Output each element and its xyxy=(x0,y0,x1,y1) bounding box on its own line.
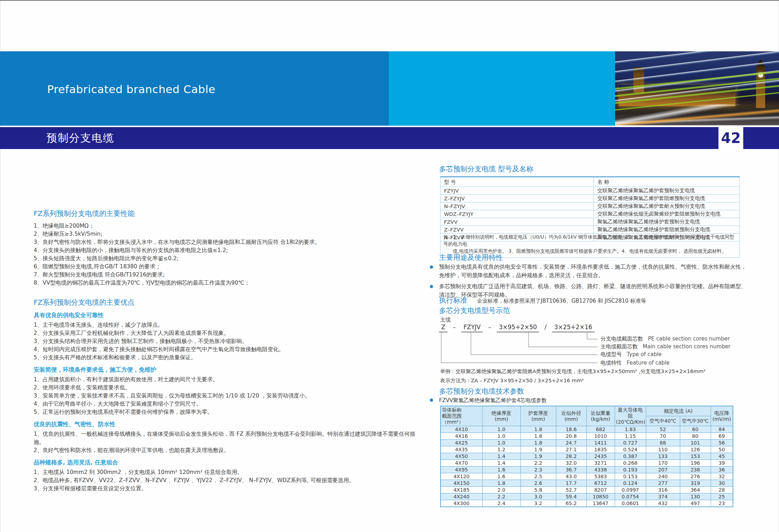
table-cell: 170 xyxy=(646,460,680,467)
table-cell: 8207 xyxy=(586,487,615,493)
table-cell: 5383 xyxy=(586,473,615,480)
table-cell: 682 xyxy=(586,426,615,433)
table-cell: 1.0 xyxy=(482,440,521,446)
table-cell: 316 xyxy=(646,487,680,493)
list-item: 1、主电缆从 10mm2 到 300mm2 ，分支电缆从 10mm² 120mm… xyxy=(34,468,420,476)
tech-parameters-table: 导体标称截面范围（mm²）绝缘厚度(mm)护套厚度(mm)近似外径(mm)近似重… xyxy=(440,406,733,507)
header-band-light xyxy=(389,51,615,126)
table-cell: 28 xyxy=(711,487,733,493)
header-line1: 导体标称 xyxy=(442,407,481,413)
table-cell: 110 xyxy=(646,446,680,453)
page-title-english: Prefabricated branched Cable xyxy=(47,83,215,96)
table-cell: 0.268 xyxy=(615,460,646,467)
list-item: 1、主干电缆导体无接头、连续性好，减少了故障点。 xyxy=(34,321,420,329)
table-cell: 3.2 xyxy=(521,500,556,507)
table-cell: 207 xyxy=(646,467,680,473)
designation-label: 电缆型号Type of cable xyxy=(601,351,662,358)
table-cell: 43.0 xyxy=(556,473,586,480)
table-cell: 2.6 xyxy=(521,480,556,487)
table-cell: 52.7 xyxy=(556,487,586,493)
column-subheader: 空气中30℃ xyxy=(680,416,711,426)
table-cell: 4X300 xyxy=(440,500,482,507)
label-zh: 分支电缆截面芯数 xyxy=(601,336,643,342)
table-cell: 1.9 xyxy=(521,453,556,460)
table-cell: 32.0 xyxy=(556,460,586,467)
column-subheader: 空气中40℃ xyxy=(646,416,680,426)
table-cell: 2.2 xyxy=(482,493,521,500)
table-cell: 70 xyxy=(646,433,680,440)
bullet-dot-icon xyxy=(430,399,433,402)
designation-example: 举例：交联聚乙烯绝缘聚氯乙烯护套阻燃A类预制分支电缆，主电缆3×95+2×50m… xyxy=(440,368,705,375)
header-line2: (kg/km) xyxy=(588,416,614,422)
section-heading: FZ系列预制分支电缆的主要优点 xyxy=(34,298,420,307)
table-cell: 374 xyxy=(646,493,680,500)
list-item: 2、分支接头采用工厂全程机械化制作，大大降低了人为因素造成质量不良现象。 xyxy=(34,329,420,337)
table-cell: 277 xyxy=(646,480,680,487)
column-header-voltage-drop: 电压降(mV/m) xyxy=(711,406,733,426)
table-cell: 4X70 xyxy=(440,460,482,467)
header-line1: 绝缘厚度 xyxy=(484,410,519,416)
table-cell: 2.2 xyxy=(521,460,556,467)
table-cell: 126 xyxy=(680,446,711,453)
list-item: 5、正常运行的预制分支电缆系统平时不需要任何维护保养，故障率为零。 xyxy=(34,408,420,416)
label-en: Feature of cable xyxy=(627,360,670,366)
header-photo xyxy=(615,51,779,125)
table-cell: 25 xyxy=(711,493,733,500)
table-cell: 10850 xyxy=(586,493,615,500)
title-bar xyxy=(0,127,779,149)
list-item: 5、分支接头有严格的技术标准和检验要求，以及严密的质量保证。 xyxy=(34,354,420,362)
table-cell: 4X95 xyxy=(440,467,482,473)
table-cell: 4X10 xyxy=(440,426,482,433)
table-cell: 6712 xyxy=(586,480,615,487)
header-line1: 近似外径 xyxy=(557,410,585,416)
table-cell: 18.6 xyxy=(556,426,586,433)
table-row: Z–FZYJV交联聚乙烯绝缘聚氯乙烯护套阻燃预制分支电缆 xyxy=(440,195,740,202)
table-row: 4X351.21.927.118350.52411012650 xyxy=(440,446,733,453)
table-cell: 1.6 xyxy=(482,473,521,480)
page-title-chinese: 预制分支电缆 xyxy=(46,131,114,145)
table-cell: 4X16 xyxy=(440,433,482,440)
table-cell: 2.0 xyxy=(482,487,521,493)
list-item: 4、短时间内完成压模护套，避免了接头接触处铜芯长时间裸露在空气中产生氧化而导致接… xyxy=(34,345,420,354)
tech-table-subtitle-line: FZVV聚氯乙烯绝缘聚氯乙烯护套4芯电缆参数 xyxy=(439,397,547,404)
standard-label: 执行标准 xyxy=(439,296,467,304)
table-cell: 32 xyxy=(711,473,733,480)
list-item: 2、绝缘耐压≥3.5kV/5min; xyxy=(34,230,420,238)
list-item: 4、分支接头的接触电阻的小，接触电阻与等长的分支线的基准电阻之比值≤1.2; xyxy=(34,246,420,254)
table-cell: 17.7 xyxy=(556,480,586,487)
standard-line: 执行标准 企业标准，标准参照采用了JBT10636、GB12706 和 JISC… xyxy=(439,296,646,305)
separator: – xyxy=(453,324,456,331)
list-item: 7、耐火型预制分支电缆电缆 符合GB/T19216的要求; xyxy=(34,271,420,279)
table-cell: 153 xyxy=(680,453,711,460)
bullet-dot-icon xyxy=(430,265,433,269)
table-row: 4X101.01.818.66821.83526084 xyxy=(440,426,733,433)
header-line2: (20℃Ω/Km) xyxy=(616,419,645,425)
table-cell: 1411 xyxy=(586,440,615,446)
model-cell: Z–FZYJV xyxy=(440,195,594,202)
table-cell: 1.0 xyxy=(482,433,521,440)
table-cell: 240 xyxy=(646,473,680,480)
table-cell: 1.4 xyxy=(482,453,521,460)
table-cell: 60 xyxy=(680,426,711,433)
column-header: 近似外径(mm) xyxy=(556,406,586,426)
designation-title: 多芯分支电缆型号示范 xyxy=(439,306,510,315)
column-header: 近似重量(kg/km) xyxy=(586,406,615,426)
model-cell: WDZ–FZYJY xyxy=(440,210,594,218)
table-cell: 69 xyxy=(711,433,733,440)
model-cell: FZVV xyxy=(440,218,594,226)
table-cell: 2.4 xyxy=(482,500,521,507)
table-cell: 497 xyxy=(680,500,711,507)
table-cell: 0.0754 xyxy=(615,493,646,500)
table-row: 4X161.01.820.810101.15708069 xyxy=(440,433,733,440)
table-row: 4X1852.05.852.782070.099731636428 xyxy=(440,487,733,493)
designation-notation: 表示方法为：ZA – FZYJV 3×95+2×50 / 3×25+2×16 m… xyxy=(440,377,584,384)
table-cell: 319 xyxy=(680,480,711,487)
table-cell: 101 xyxy=(680,440,711,446)
list-item: 1、占用建筑面积小，有利于建筑面积的有效使用，对土建的间尺寸无要求。 xyxy=(34,376,420,384)
table-cell: 238 xyxy=(680,467,711,473)
list-item: 2、电缆品种多, 有FZVV、VV22、Z–FZVV、N–FZVV 、FZYJV… xyxy=(34,476,420,485)
table-cell: 1835 xyxy=(586,446,615,453)
subsection-heading: 具有优良的供电安全可靠性 xyxy=(34,311,420,319)
usage-bullet: 预制分支电缆具有优良的供电安全可靠性，安装简便，环境条件要求低，施工方便，优良的… xyxy=(439,263,746,280)
designation-label: 主电缆截面芯数Main cable section cores number xyxy=(601,343,730,350)
